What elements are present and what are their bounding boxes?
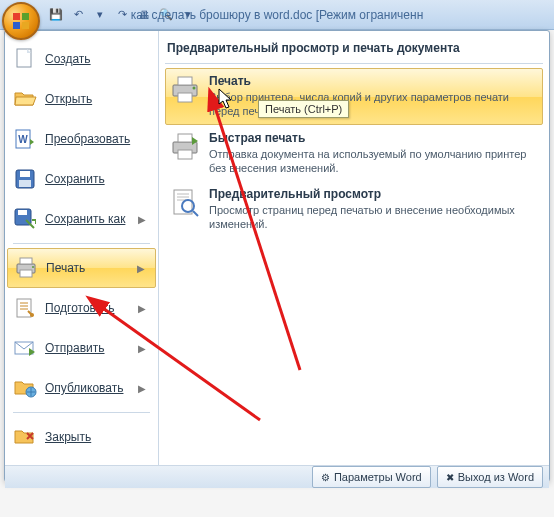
qat-print-icon[interactable]: 🖶 (136, 7, 152, 23)
svg-rect-10 (20, 258, 32, 264)
menu-item-label: Закрыть (45, 430, 150, 444)
qat-customize-icon[interactable]: ▾ (180, 7, 196, 23)
svg-rect-13 (17, 299, 31, 317)
menu-item-label: Отправить (45, 341, 134, 355)
svg-rect-22 (178, 134, 192, 142)
submenu-desc: Просмотр страниц перед печатью и внесени… (209, 203, 539, 232)
svg-point-20 (193, 87, 196, 90)
print-icon (14, 256, 38, 280)
submenu-item-preview[interactable]: Предварительный просмотр Просмотр страни… (165, 181, 543, 238)
submenu-text: Быстрая печать Отправка документа на исп… (209, 131, 539, 176)
menu-item-label: Сохранить (45, 172, 150, 186)
new-document-icon (13, 47, 37, 71)
svg-rect-19 (178, 93, 192, 102)
menu-item-open[interactable]: Открыть (5, 79, 158, 119)
title-bar: 💾 ↶ ▾ ↷ 🖶 🔍 ▾ как сделать брошюру в word… (0, 0, 554, 30)
office-button[interactable] (2, 2, 40, 40)
exit-icon: ✖ (446, 472, 454, 483)
menu-item-print[interactable]: Печать ▶ (7, 248, 156, 288)
submenu-title: Быстрая печать (209, 131, 539, 145)
button-label: Выход из Word (458, 471, 534, 483)
svg-text:W: W (18, 134, 28, 145)
submenu-desc: Отправка документа на используемый по ум… (209, 147, 539, 176)
submenu-arrow-icon: ▶ (134, 214, 150, 225)
menu-item-label: Печать (46, 261, 133, 275)
menu-item-label: Опубликовать (45, 381, 134, 395)
menu-body: Создать Открыть W Преобразовать Сохранит… (5, 31, 549, 466)
printer-icon (169, 74, 201, 106)
qat-preview-icon[interactable]: 🔍 (158, 7, 174, 23)
svg-rect-6 (19, 180, 31, 187)
submenu-arrow-icon: ▶ (134, 303, 150, 314)
svg-rect-18 (178, 77, 192, 85)
submenu-arrow-icon: ▶ (133, 263, 149, 274)
menu-item-save[interactable]: Сохранить (5, 159, 158, 199)
menu-item-send[interactable]: Отправить ▶ (5, 328, 158, 368)
menu-separator (13, 412, 150, 413)
svg-rect-5 (20, 171, 30, 177)
button-label: Параметры Word (334, 471, 422, 483)
quick-print-icon (169, 131, 201, 163)
convert-icon: W (13, 127, 37, 151)
office-menu: Создать Открыть W Преобразовать Сохранит… (4, 30, 550, 482)
folder-open-icon (13, 87, 37, 111)
menu-item-close[interactable]: Закрыть (5, 417, 158, 457)
submenu-text: Предварительный просмотр Просмотр страни… (209, 187, 539, 232)
save-icon (13, 167, 37, 191)
preview-icon (169, 187, 201, 219)
menu-item-label: Открыть (45, 92, 150, 106)
qat-dropdown-icon[interactable]: ▾ (92, 7, 108, 23)
menu-item-save-as[interactable]: Сохранить как ▶ (5, 199, 158, 239)
menu-item-label: Сохранить как (45, 212, 134, 226)
submenu-arrow-icon: ▶ (134, 343, 150, 354)
options-icon: ⚙ (321, 472, 330, 483)
menu-item-label: Подготовить (45, 301, 134, 315)
submenu-arrow-icon: ▶ (134, 383, 150, 394)
mouse-cursor-icon (218, 88, 234, 110)
menu-item-label: Создать (45, 52, 150, 66)
menu-item-prepare[interactable]: Подготовить ▶ (5, 288, 158, 328)
publish-icon (13, 376, 37, 400)
menu-separator (13, 243, 150, 244)
submenu-item-quick-print[interactable]: Быстрая печать Отправка документа на исп… (165, 125, 543, 182)
menu-item-label: Преобразовать (45, 132, 150, 146)
prepare-icon (13, 296, 37, 320)
close-folder-icon (13, 425, 37, 449)
menu-item-convert[interactable]: W Преобразовать (5, 119, 158, 159)
menu-item-new[interactable]: Создать (5, 39, 158, 79)
menu-item-publish[interactable]: Опубликовать ▶ (5, 368, 158, 408)
save-as-icon (13, 207, 37, 231)
word-options-button[interactable]: ⚙ Параметры Word (312, 466, 431, 488)
svg-rect-8 (18, 210, 27, 215)
svg-point-14 (30, 313, 34, 317)
menu-left-column: Создать Открыть W Преобразовать Сохранит… (5, 31, 159, 465)
submenu-title: Предварительный просмотр (209, 187, 539, 201)
qat-redo-icon[interactable]: ↷ (114, 7, 130, 23)
exit-word-button[interactable]: ✖ Выход из Word (437, 466, 543, 488)
menu-footer: ⚙ Параметры Word ✖ Выход из Word (5, 466, 549, 488)
submenu-title: Печать (209, 74, 539, 88)
svg-rect-23 (178, 150, 192, 159)
svg-rect-11 (20, 270, 32, 277)
tooltip: Печать (Ctrl+P) (258, 100, 349, 118)
qat-undo-icon[interactable]: ↶ (70, 7, 86, 23)
right-panel-header: Предварительный просмотр и печать докуме… (165, 37, 543, 64)
svg-point-12 (32, 266, 34, 268)
quick-access-toolbar: 💾 ↶ ▾ ↷ 🖶 🔍 ▾ (48, 7, 196, 23)
send-icon (13, 336, 37, 360)
qat-save-icon[interactable]: 💾 (48, 7, 64, 23)
